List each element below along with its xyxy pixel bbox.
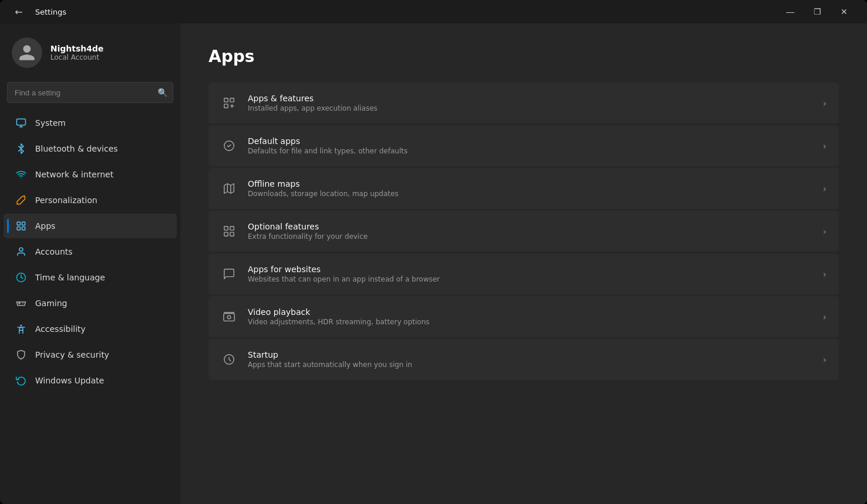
sidebar-item-bluetooth[interactable]: Bluetooth & devices	[4, 136, 177, 161]
svg-point-9	[21, 325, 22, 327]
sidebar-item-update[interactable]: Windows Update	[4, 368, 177, 393]
time-icon	[15, 272, 27, 283]
svg-marker-16	[224, 184, 234, 194]
apps-features-text: Apps & features Installed apps, app exec…	[248, 94, 813, 112]
svg-point-8	[22, 303, 23, 304]
svg-rect-23	[224, 314, 234, 321]
accessibility-icon	[15, 323, 27, 335]
settings-item-apps-features[interactable]: Apps & features Installed apps, app exec…	[209, 83, 839, 124]
default-apps-arrow: ›	[823, 140, 827, 152]
user-info: Nightsh4de Local Account	[50, 44, 104, 61]
sidebar-item-gaming[interactable]: Gaming	[4, 291, 177, 316]
apps-websites-title: Apps for websites	[248, 265, 813, 274]
user-section[interactable]: Nightsh4de Local Account	[0, 23, 180, 80]
apps-websites-arrow: ›	[823, 269, 827, 280]
bluetooth-icon	[15, 143, 27, 155]
optional-features-title: Optional features	[248, 222, 813, 231]
svg-point-7	[23, 303, 24, 304]
svg-rect-19	[224, 227, 228, 230]
svg-rect-20	[230, 227, 234, 230]
update-icon	[15, 375, 27, 386]
startup-title: Startup	[248, 350, 813, 359]
video-playback-title: Video playback	[248, 307, 813, 317]
svg-rect-3	[17, 227, 20, 230]
sidebar-label-personalization: Personalization	[35, 196, 97, 205]
sidebar-label-accounts: Accounts	[35, 247, 73, 256]
apps-features-title: Apps & features	[248, 94, 813, 103]
settings-item-apps-websites[interactable]: Apps for websites Websites that can open…	[209, 253, 839, 294]
video-playback-text: Video playback Video adjustments, HDR st…	[248, 307, 813, 326]
offline-maps-desc: Downloads, storage location, map updates	[248, 190, 813, 198]
default-apps-desc: Defaults for file and link types, other …	[248, 147, 813, 155]
default-apps-title: Default apps	[248, 136, 813, 146]
sidebar-label-network: Network & internet	[35, 170, 114, 179]
search-input[interactable]	[7, 82, 173, 103]
sidebar-label-accessibility: Accessibility	[35, 324, 86, 334]
settings-item-startup[interactable]: Startup Apps that start automatically wh…	[209, 339, 839, 380]
optional-features-icon	[221, 223, 237, 239]
search-box: 🔍	[7, 82, 173, 103]
sidebar-item-time[interactable]: Time & language	[4, 265, 177, 290]
video-playback-desc: Video adjustments, HDR streaming, batter…	[248, 318, 813, 326]
svg-rect-0	[17, 119, 26, 125]
sidebar-item-accounts[interactable]: Accounts	[4, 239, 177, 264]
sidebar-label-apps: Apps	[35, 221, 56, 231]
svg-rect-2	[22, 222, 25, 225]
svg-point-24	[227, 316, 231, 319]
privacy-icon	[15, 349, 27, 361]
user-name: Nightsh4de	[50, 44, 104, 53]
apps-features-desc: Installed apps, app execution aliases	[248, 104, 813, 112]
system-icon	[15, 117, 27, 129]
offline-maps-icon	[221, 180, 237, 197]
svg-rect-11	[230, 98, 234, 102]
sidebar-item-system[interactable]: System	[4, 111, 177, 135]
accounts-icon	[15, 246, 27, 258]
apps-icon	[15, 220, 27, 232]
brush-icon	[15, 194, 27, 206]
settings-item-optional-features[interactable]: Optional features Extra functionality fo…	[209, 211, 839, 252]
settings-item-default-apps[interactable]: Default apps Defaults for file and link …	[209, 125, 839, 166]
startup-icon	[221, 351, 237, 368]
offline-maps-arrow: ›	[823, 183, 827, 194]
page-title: Apps	[209, 47, 839, 66]
titlebar-left: ← Settings	[9, 2, 66, 21]
sidebar-item-personalization[interactable]: Personalization	[4, 188, 177, 212]
svg-point-5	[19, 248, 23, 251]
sidebar-label-time: Time & language	[35, 273, 105, 282]
offline-maps-title: Offline maps	[248, 179, 813, 188]
default-apps-icon	[221, 138, 237, 154]
sidebar-item-accessibility[interactable]: Accessibility	[4, 317, 177, 341]
apps-websites-text: Apps for websites Websites that can open…	[248, 265, 813, 283]
network-icon	[15, 169, 27, 180]
startup-arrow: ›	[823, 354, 827, 365]
sidebar-item-network[interactable]: Network & internet	[4, 162, 177, 187]
main-content: Apps Apps & features	[180, 23, 867, 504]
sidebar-label-privacy: Privacy & security	[35, 350, 109, 359]
sidebar: Nightsh4de Local Account 🔍 System	[0, 23, 180, 504]
offline-maps-text: Offline maps Downloads, storage location…	[248, 179, 813, 198]
settings-item-video-playback[interactable]: Video playback Video adjustments, HDR st…	[209, 296, 839, 337]
svg-rect-12	[224, 104, 228, 108]
apps-websites-icon	[221, 266, 237, 282]
back-button[interactable]: ←	[9, 2, 28, 21]
sidebar-item-privacy[interactable]: Privacy & security	[4, 342, 177, 367]
svg-rect-1	[17, 222, 20, 225]
settings-item-offline-maps[interactable]: Offline maps Downloads, storage location…	[209, 168, 839, 209]
user-account-type: Local Account	[50, 53, 104, 61]
search-icon: 🔍	[158, 88, 168, 97]
minimize-button[interactable]: —	[777, 0, 804, 23]
apps-features-arrow: ›	[823, 98, 827, 109]
close-button[interactable]: ✕	[831, 0, 858, 23]
content-area: Nightsh4de Local Account 🔍 System	[0, 23, 867, 504]
sidebar-item-apps[interactable]: Apps	[4, 214, 177, 238]
optional-features-desc: Extra functionality for your device	[248, 232, 813, 241]
sidebar-label-update: Windows Update	[35, 376, 104, 385]
avatar	[12, 37, 42, 68]
gaming-icon	[15, 297, 27, 309]
svg-rect-21	[224, 232, 228, 236]
video-playback-icon	[221, 308, 237, 325]
titlebar: ← Settings — ❐ ✕	[0, 0, 867, 23]
svg-rect-4	[22, 227, 25, 230]
maximize-button[interactable]: ❐	[804, 0, 831, 23]
sidebar-label-bluetooth: Bluetooth & devices	[35, 144, 118, 153]
